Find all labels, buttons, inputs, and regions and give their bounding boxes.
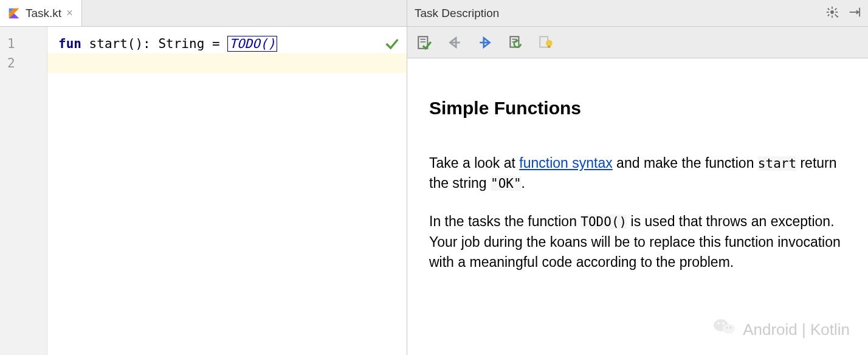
code-inline: start [758,156,796,171]
function-syntax-link[interactable]: function syntax [519,155,612,171]
panel-title: Task Description [415,7,499,20]
wechat-icon [712,317,737,343]
svg-rect-11 [835,14,837,16]
svg-rect-7 [832,15,833,18]
svg-rect-12 [827,14,830,16]
task-panel-header: Task Description [407,0,868,27]
hint-bulb-icon[interactable] [536,33,556,52]
code-line-current[interactable] [47,53,407,73]
parentheses: () [128,36,143,51]
svg-point-34 [717,323,720,325]
watermark: Android | Kotlin [712,317,850,343]
code-line[interactable]: fun start(): String = TODO() [47,34,407,53]
svg-rect-31 [548,46,550,47]
todo-placeholder[interactable]: TODO() [227,36,277,52]
svg-point-37 [730,327,732,329]
svg-rect-13 [835,8,837,10]
tab-filename: Task.kt [26,7,61,20]
forward-icon[interactable] [475,33,495,52]
editor-tab-bar: Task.kt × [0,0,407,27]
svg-point-35 [722,323,725,325]
svg-point-33 [723,324,735,334]
svg-rect-6 [832,6,833,9]
code-inline: TODO() [580,215,627,229]
gear-icon[interactable] [825,5,839,21]
svg-rect-10 [827,8,830,10]
code-inline: "OK" [491,176,522,191]
check-task-icon[interactable] [415,33,434,52]
svg-rect-9 [836,12,838,13]
keyword: fun [58,36,81,51]
function-name: start [89,36,128,51]
editor-pane: Task.kt × 1 2 fun start(): String = TODO… [0,0,407,355]
task-toolbar [407,27,868,58]
status-check-icon[interactable] [384,35,401,52]
back-icon[interactable] [445,33,464,52]
return-type: String [158,36,204,51]
editor-tab[interactable]: Task.kt × [0,0,82,26]
svg-point-30 [546,40,553,46]
kotlin-file-icon [7,7,21,20]
task-paragraph: Take a look at function syntax and make … [429,153,846,194]
svg-rect-8 [827,12,829,13]
task-paragraph: In the tasks the function TODO() is used… [429,212,846,272]
panel-header-actions [825,5,861,21]
code-body[interactable]: fun start(): String = TODO() [47,27,407,355]
close-tab-icon[interactable]: × [66,7,73,19]
hide-panel-icon[interactable] [847,5,861,21]
svg-point-5 [830,10,834,14]
svg-point-36 [726,327,728,329]
task-description-content: Simple Functions Take a look at function… [407,58,868,355]
watermark-text: Android | Kotlin [743,319,850,342]
editor-gutter: 1 2 [0,27,47,355]
task-description-pane: Task Description [407,0,868,355]
reset-icon[interactable] [506,33,525,52]
code-editor[interactable]: 1 2 fun start(): String = TODO() [0,27,407,355]
task-title: Simple Functions [429,95,846,122]
svg-marker-14 [836,15,839,18]
line-number: 2 [0,53,47,73]
line-number: 1 [0,34,47,53]
